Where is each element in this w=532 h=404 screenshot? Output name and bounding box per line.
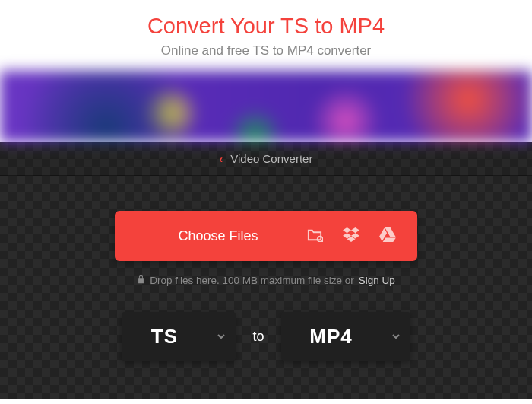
svg-line-1 xyxy=(322,241,323,242)
breadcrumb[interactable]: ‹ Video Converter xyxy=(0,142,532,176)
back-chevron-icon: ‹ xyxy=(220,153,223,165)
choose-files-button[interactable]: Choose Files xyxy=(115,228,306,244)
breadcrumb-label: Video Converter xyxy=(230,152,312,165)
lock-icon xyxy=(137,275,145,286)
converter-panel: ‹ Video Converter Choose Files xyxy=(0,142,532,399)
format-row: TS to MP4 xyxy=(122,312,410,361)
dropbox-icon[interactable] xyxy=(343,227,359,245)
drop-hint: Drop files here. 100 MB maximum file siz… xyxy=(137,275,395,286)
to-format-select[interactable]: MP4 xyxy=(281,312,410,361)
browse-folder-icon[interactable] xyxy=(306,227,323,245)
choose-files-bar: Choose Files xyxy=(115,211,417,261)
ad-banner[interactable] xyxy=(0,71,532,142)
signup-link[interactable]: Sign Up xyxy=(359,275,395,286)
chevron-down-icon xyxy=(207,332,236,340)
source-icons xyxy=(306,227,417,245)
header: Convert Your TS to MP4 Online and free T… xyxy=(0,0,532,71)
page-subtitle: Online and free TS to MP4 converter xyxy=(0,43,532,59)
from-format-select[interactable]: TS xyxy=(122,312,236,361)
to-format-label: MP4 xyxy=(281,325,382,348)
chevron-down-icon xyxy=(382,332,410,340)
page-title: Convert Your TS to MP4 xyxy=(0,14,532,39)
from-format-label: TS xyxy=(122,325,207,348)
to-label: to xyxy=(252,329,264,345)
choose-files-label: Choose Files xyxy=(178,228,258,243)
drop-hint-text: Drop files here. 100 MB maximum file siz… xyxy=(150,275,354,286)
google-drive-icon[interactable] xyxy=(379,227,396,245)
